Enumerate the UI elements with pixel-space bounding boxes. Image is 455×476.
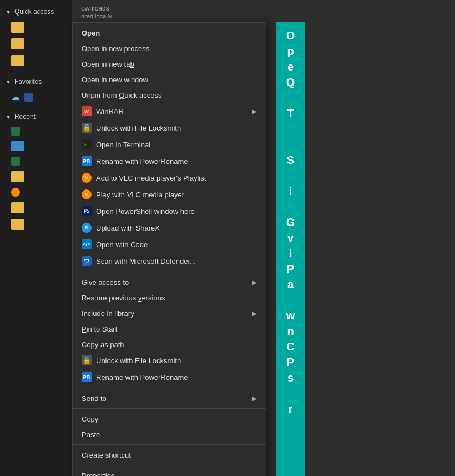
vscode-icon: </>	[82, 239, 92, 249]
menu-item-terminal[interactable]: >_ Open in Terminal	[73, 136, 266, 153]
recent-item-1	[0, 124, 72, 138]
menu-item-locksmith-1-label: Unlock with File Locksmith	[96, 124, 257, 132]
favorites-header[interactable]: ▼ Favorites	[0, 74, 72, 89]
menu-item-powerrename-2-label: Rename with PowerRename	[96, 373, 257, 382]
defender-icon: 🛡	[82, 256, 92, 266]
menu-item-vlc-play-label: Play with VLC media player	[96, 191, 257, 199]
recent-folder-icon	[11, 171, 24, 182]
menu-item-sharex[interactable]: S Upload with ShareX	[73, 219, 266, 236]
winrar-submenu-arrow: ▶	[252, 108, 257, 114]
context-menu: Open Open in new process Open in new tab…	[72, 22, 266, 476]
menu-item-unpin-label: Unpin from Quick access	[82, 91, 257, 99]
menu-item-restore-label: Restore previous versions	[82, 294, 257, 302]
menu-item-vlc-play[interactable]: V Play with VLC media player	[73, 186, 266, 203]
favorites-arrow: ▼	[6, 79, 11, 85]
quick-access-header[interactable]: ▼ Quick access	[0, 4, 72, 19]
include-library-submenu-arrow: ▶	[252, 310, 257, 317]
menu-item-copy-path[interactable]: Copy as path	[73, 337, 266, 352]
recent-icon-3	[11, 157, 20, 166]
menu-item-defender-label: Scan with Microsoft Defender...	[96, 257, 257, 265]
recent-icon-2	[11, 141, 24, 151]
recent-item-3	[0, 154, 72, 168]
menu-item-send-to-label: Send to	[82, 394, 252, 403]
recent-icon-1	[11, 127, 20, 136]
separator-1	[73, 272, 266, 272]
folder-icon-3	[11, 55, 24, 66]
menu-item-terminal-label: Open in Terminal	[96, 141, 257, 149]
recent-header[interactable]: ▼ Recent	[0, 109, 72, 124]
recent-item-4	[0, 168, 72, 185]
menu-item-paste-label: Paste	[82, 430, 257, 439]
menu-item-properties-label: Properties	[82, 472, 257, 477]
menu-item-winrar-label: WinRAR	[96, 107, 252, 116]
menu-item-copy-path-label: Copy as path	[82, 340, 257, 349]
quick-access-arrow: ▼	[6, 9, 11, 15]
teal-scrollbar[interactable]: OpeQTSiGvIPawnCPsr	[276, 22, 305, 476]
menu-item-winrar[interactable]: W WinRAR ▶	[73, 103, 266, 119]
separator-4	[73, 444, 266, 445]
menu-item-open-new-window[interactable]: Open in new window	[73, 72, 266, 87]
menu-item-powerrename-1[interactable]: PR Rename with PowerRename	[73, 153, 266, 169]
menu-item-paste[interactable]: Paste	[73, 427, 266, 442]
recent-arrow: ▼	[6, 114, 11, 120]
sidebar-item-2	[0, 36, 72, 52]
recent-folder-icon-2	[11, 202, 24, 213]
sidebar-item-1	[0, 19, 72, 36]
menu-item-properties[interactable]: Properties	[73, 468, 266, 476]
menu-item-vscode[interactable]: </> Open with Code	[73, 236, 266, 253]
folder-icon-1	[11, 22, 24, 33]
menu-item-powerrename-1-label: Rename with PowerRename	[96, 157, 257, 166]
menu-item-open-new-tab[interactable]: Open in new tab	[73, 56, 266, 72]
favorites-label: Favorites	[14, 78, 42, 86]
menu-item-sharex-label: Upload with ShareX	[96, 224, 257, 232]
menu-item-unpin[interactable]: Unpin from Quick access	[73, 87, 266, 103]
powerrename-icon-2: PR	[82, 372, 92, 382]
menu-item-pin-start-label: Pin to Start	[82, 325, 257, 333]
menu-item-open-new-window-label: Open in new window	[82, 76, 257, 84]
vlc-playlist-icon: V	[82, 173, 92, 183]
locksmith-icon-2: 🔒	[82, 355, 92, 365]
menu-item-locksmith-2[interactable]: 🔒 Unlock with File Locksmith	[73, 352, 266, 369]
powerrename-icon-1: PR	[82, 156, 92, 166]
separator-3	[73, 408, 266, 409]
menu-item-powerrename-2[interactable]: PR Rename with PowerRename	[73, 369, 266, 385]
menu-item-include-library[interactable]: Include in library ▶	[73, 305, 266, 321]
file-explorer-sidebar: ▼ Quick access ▼ Favorites ☁ ▼ Recent	[0, 0, 72, 476]
winrar-icon: W	[82, 106, 92, 116]
sharex-icon: S	[82, 223, 92, 233]
menu-item-create-shortcut-label: Create shortcut	[82, 451, 257, 459]
folder-icon-2	[11, 38, 24, 49]
give-access-submenu-arrow: ▶	[252, 279, 257, 285]
favorites-icon-word	[24, 93, 33, 102]
recent-item-7	[0, 216, 72, 233]
menu-item-defender[interactable]: 🛡 Scan with Microsoft Defender...	[73, 253, 266, 269]
sidebar-item-3	[0, 52, 72, 69]
send-to-submenu-arrow: ▶	[252, 395, 257, 402]
terminal-icon: >_	[82, 139, 92, 149]
menu-item-pin-start[interactable]: Pin to Start	[73, 321, 266, 337]
menu-item-open-new-process-label: Open in new process	[82, 44, 257, 53]
separator-2	[73, 388, 266, 388]
menu-item-send-to[interactable]: Send to ▶	[73, 390, 266, 406]
menu-item-copy-label: Copy	[82, 415, 257, 423]
menu-item-open-new-tab-label: Open in new tab	[82, 60, 257, 68]
recent-icon-vlc	[11, 188, 20, 197]
menu-item-powershell[interactable]: PS Open PowerShell window here	[73, 203, 266, 219]
recent-label: Recent	[14, 113, 36, 121]
panel-downloads: ownloads ored locally	[72, 0, 455, 24]
quick-access-label: Quick access	[14, 8, 54, 16]
menu-item-give-access-label: Give access to	[82, 278, 252, 287]
separator-5	[73, 465, 266, 465]
menu-item-restore[interactable]: Restore previous versions	[73, 290, 266, 305]
menu-item-copy[interactable]: Copy	[73, 411, 266, 427]
menu-item-open-label: Open	[82, 29, 257, 37]
menu-item-locksmith-1[interactable]: 🔒 Unlock with File Locksmith	[73, 119, 266, 136]
menu-item-create-shortcut[interactable]: Create shortcut	[73, 447, 266, 463]
menu-item-vlc-playlist[interactable]: V Add to VLC media player's Playlist	[73, 169, 266, 186]
menu-item-open[interactable]: Open	[73, 25, 266, 41]
menu-item-give-access[interactable]: Give access to ▶	[73, 274, 266, 290]
menu-item-include-library-label: Include in library	[82, 309, 252, 318]
menu-item-open-new-process[interactable]: Open in new process	[73, 41, 266, 56]
menu-item-powershell-label: Open PowerShell window here	[96, 207, 257, 216]
teal-bar-letters: OpeQTSiGvIPawnCPsr	[286, 28, 296, 417]
